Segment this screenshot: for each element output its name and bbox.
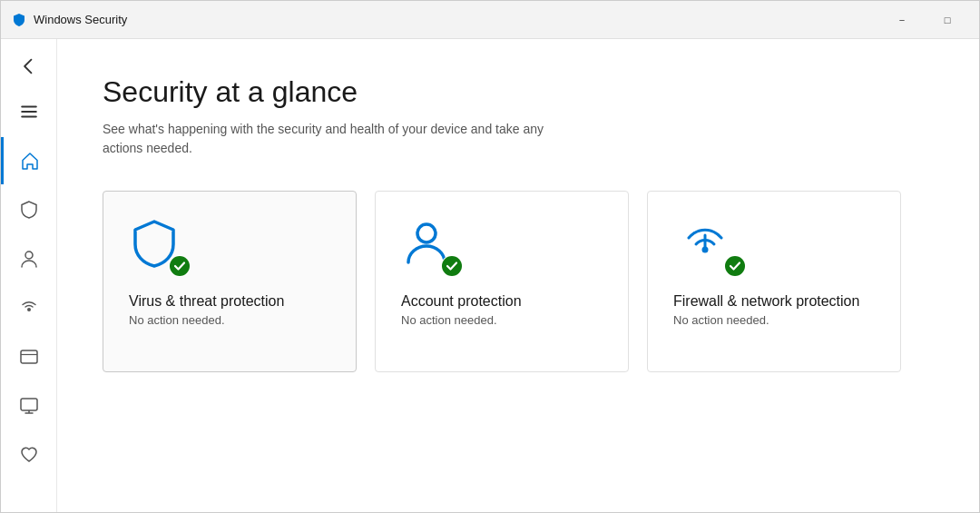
network-icon — [19, 298, 39, 318]
card-icon-wrapper-account — [401, 217, 459, 275]
card-status-firewall: No action needed. — [673, 313, 875, 327]
card-title-virus: Virus & threat protection — [129, 293, 330, 310]
sidebar-hamburger[interactable] — [1, 88, 56, 135]
svg-rect-7 — [21, 399, 37, 410]
sidebar-item-network[interactable] — [1, 284, 56, 331]
svg-rect-1 — [21, 111, 37, 113]
svg-rect-5 — [21, 350, 37, 363]
sidebar-item-home[interactable] — [1, 137, 56, 184]
app-title: Windows Security — [34, 13, 127, 26]
shield-icon — [19, 200, 39, 220]
person-icon — [19, 249, 39, 269]
checkmark-icon-firewall — [724, 255, 746, 277]
sidebar-item-device-health[interactable] — [1, 431, 56, 478]
checkmark-icon-virus — [169, 255, 191, 277]
maximize-button[interactable]: □ — [926, 6, 968, 34]
card-firewall-network[interactable]: Firewall & network protection No action … — [647, 191, 901, 372]
svg-point-4 — [27, 308, 31, 311]
svg-point-15 — [725, 256, 745, 276]
page-title: Security at a glance — [103, 75, 934, 109]
home-icon — [20, 151, 40, 171]
back-arrow-icon — [19, 56, 39, 76]
window-controls: − □ — [881, 6, 968, 34]
back-button[interactable] — [1, 46, 56, 86]
check-badge-virus — [169, 255, 191, 277]
card-virus-threat[interactable]: Virus & threat protection No action need… — [103, 191, 357, 372]
title-bar: Windows Security − □ — [1, 1, 979, 39]
minimize-button[interactable]: − — [881, 6, 923, 34]
check-badge-firewall — [724, 255, 746, 277]
svg-point-11 — [417, 224, 436, 242]
heart-icon — [19, 445, 39, 465]
svg-point-3 — [25, 252, 33, 259]
hamburger-icon — [19, 102, 39, 122]
checkmark-icon-account — [441, 255, 463, 277]
svg-point-12 — [442, 256, 462, 276]
browser-icon — [19, 347, 39, 367]
sidebar — [1, 39, 57, 512]
card-icon-wrapper-virus — [129, 217, 187, 275]
sidebar-item-account[interactable] — [1, 235, 56, 282]
app-body: Security at a glance See what's happenin… — [1, 39, 979, 512]
card-title-firewall: Firewall & network protection — [673, 293, 875, 310]
sidebar-item-app-browser[interactable] — [1, 333, 56, 380]
svg-point-10 — [170, 256, 190, 276]
check-badge-account — [441, 255, 463, 277]
svg-rect-0 — [21, 105, 37, 107]
card-status-virus: No action needed. — [129, 313, 330, 327]
sidebar-item-device-security[interactable] — [1, 382, 56, 429]
monitor-icon — [19, 396, 39, 416]
card-icon-wrapper-firewall — [673, 217, 746, 275]
card-status-account: No action needed. — [401, 313, 603, 327]
app-icon — [12, 13, 26, 27]
page-subtitle: See what's happening with the security a… — [103, 120, 574, 158]
card-title-account: Account protection — [401, 293, 603, 310]
card-account-protection[interactable]: Account protection No action needed. — [375, 191, 629, 372]
cards-grid: Virus & threat protection No action need… — [103, 191, 934, 372]
main-content: Security at a glance See what's happenin… — [57, 39, 979, 512]
sidebar-item-virus[interactable] — [1, 186, 56, 233]
title-bar-left: Windows Security — [12, 13, 127, 27]
svg-rect-2 — [21, 115, 37, 117]
